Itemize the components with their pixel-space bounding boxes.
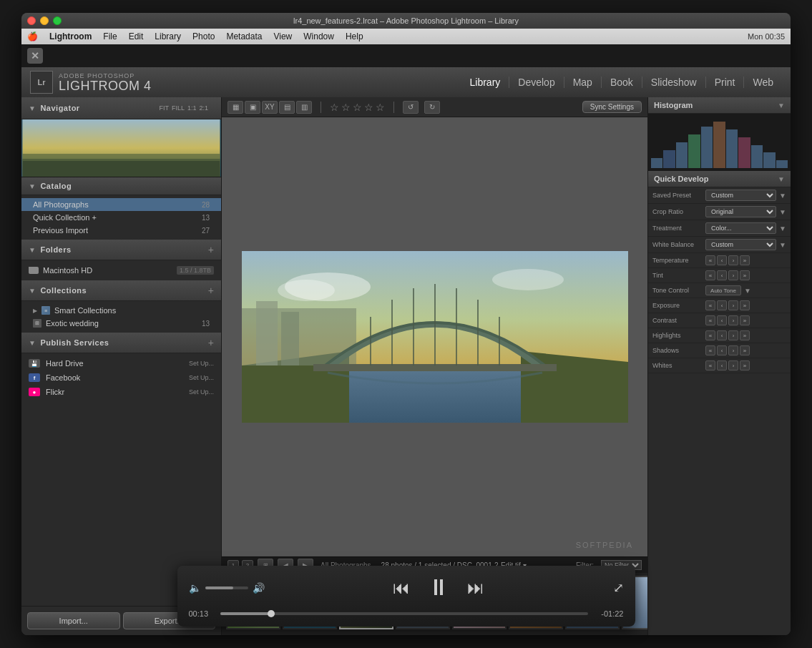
library-menu[interactable]: Library — [155, 31, 181, 41]
sh-r[interactable]: › — [728, 345, 738, 355]
nav-map[interactable]: Map — [564, 77, 602, 88]
fast-forward-btn[interactable]: ⏭ — [467, 578, 484, 598]
nav-slideshow[interactable]: Slideshow — [642, 77, 706, 88]
maximize-button[interactable] — [53, 16, 62, 25]
publish-facebook[interactable]: f Facebook Set Up... — [21, 370, 221, 385]
exp-l[interactable]: ‹ — [717, 300, 727, 310]
hdd-setup-btn[interactable]: Set Up... — [189, 360, 214, 367]
wh-ll[interactable]: « — [705, 360, 715, 370]
hl-l[interactable]: ‹ — [717, 330, 727, 340]
temp-r[interactable]: › — [728, 255, 738, 265]
expand-btn[interactable]: ⤢ — [613, 580, 624, 596]
nav-2to1-btn[interactable]: 2:1 — [199, 104, 208, 112]
progress-handle[interactable] — [268, 610, 275, 617]
app-close-button[interactable]: ✕ — [27, 48, 43, 64]
crop-ratio-select[interactable]: Original — [705, 206, 776, 217]
con-r[interactable]: › — [728, 315, 738, 325]
star-rating[interactable]: ☆ ☆ ☆ ☆ ☆ — [330, 102, 385, 113]
rotate-left-btn[interactable]: ↺ — [403, 101, 419, 114]
con-ll[interactable]: « — [705, 315, 715, 325]
white-balance-select[interactable]: Custom — [705, 239, 776, 250]
publish-flickr[interactable]: ● Flickr Set Up... — [21, 385, 221, 399]
star-5[interactable]: ☆ — [376, 102, 385, 113]
window-menu[interactable]: Window — [303, 31, 334, 41]
rotate-right-btn[interactable]: ↻ — [424, 101, 440, 114]
nav-web[interactable]: Web — [744, 77, 782, 88]
metadata-menu[interactable]: Metadata — [226, 31, 262, 41]
tint-r[interactable]: › — [728, 270, 738, 280]
sync-settings-btn[interactable]: Sync Settings — [582, 101, 642, 113]
star-3[interactable]: ☆ — [353, 102, 362, 113]
temp-l[interactable]: ‹ — [717, 255, 727, 265]
collections-header[interactable]: ▼ Collections + — [21, 280, 221, 301]
people-view-btn[interactable]: ▥ — [296, 101, 312, 114]
navigator-header[interactable]: ▼ Navigator FIT FILL 1:1 2:1 — [21, 97, 221, 119]
con-l[interactable]: ‹ — [717, 315, 727, 325]
folders-add-btn[interactable]: + — [208, 244, 214, 255]
nav-1to1-btn[interactable]: 1:1 — [187, 104, 197, 112]
volume-max-icon[interactable]: 🔊 — [253, 582, 265, 594]
edit-menu[interactable]: Edit — [129, 31, 144, 41]
histogram-header[interactable]: Histogram ▼ — [648, 97, 791, 114]
grid-view-btn[interactable]: ▦ — [228, 101, 243, 114]
temp-ll[interactable]: « — [705, 255, 715, 265]
catalog-header[interactable]: ▼ Catalog — [21, 177, 221, 195]
publish-add-btn[interactable]: + — [208, 337, 214, 348]
exp-ll[interactable]: « — [705, 300, 715, 310]
star-1[interactable]: ☆ — [330, 102, 339, 113]
apple-menu[interactable]: 🍎 — [27, 31, 38, 41]
folders-header[interactable]: ▼ Folders + — [21, 240, 221, 260]
exp-r[interactable]: › — [728, 300, 738, 310]
treatment-select[interactable]: Color... — [705, 222, 776, 234]
auto-tone-btn[interactable]: Auto Tone — [705, 285, 741, 295]
saved-preset-select[interactable]: Custom — [705, 190, 776, 201]
temp-rr[interactable]: » — [740, 255, 750, 265]
volume-icon[interactable]: 🔈 — [189, 582, 201, 594]
publish-hdd[interactable]: 💾 Hard Drive Set Up... — [21, 356, 221, 370]
loupe-view-btn[interactable]: ▣ — [245, 101, 260, 114]
volume-slider[interactable] — [205, 586, 248, 589]
quick-develop-header[interactable]: Quick Develop ▼ — [648, 171, 791, 187]
folder-macintosh-hd[interactable]: Macintosh HD 1.5 / 1.8TB — [21, 263, 221, 278]
nav-book[interactable]: Book — [602, 77, 642, 88]
help-menu[interactable]: Help — [346, 31, 363, 41]
wh-r[interactable]: › — [728, 360, 738, 370]
survey-view-btn[interactable]: ▤ — [279, 101, 295, 114]
nav-library[interactable]: Library — [461, 77, 510, 88]
nav-fit-btn[interactable]: FIT — [159, 104, 169, 112]
catalog-previous-import[interactable]: Previous Import 27 — [21, 224, 221, 237]
publish-header[interactable]: ▼ Publish Services + — [21, 333, 221, 353]
minimize-button[interactable] — [40, 16, 49, 25]
collection-smart[interactable]: ▶ ≡ Smart Collections — [21, 304, 221, 317]
collections-add-btn[interactable]: + — [208, 285, 214, 296]
rewind-btn[interactable]: ⏮ — [393, 578, 410, 598]
progress-bar[interactable] — [220, 612, 588, 615]
tint-l[interactable]: ‹ — [717, 270, 727, 280]
compare-view-btn[interactable]: XY — [262, 101, 278, 114]
nav-print[interactable]: Print — [706, 77, 745, 88]
hl-rr[interactable]: » — [740, 330, 750, 340]
import-button[interactable]: Import... — [27, 612, 120, 629]
collection-exotic-wedding[interactable]: ⊞ Exotic wedding 13 — [21, 317, 221, 330]
tint-ll[interactable]: « — [705, 270, 715, 280]
hl-r[interactable]: › — [728, 330, 738, 340]
nav-develop[interactable]: Develop — [509, 77, 564, 88]
lightroom-menu[interactable]: Lightroom — [49, 31, 92, 41]
star-2[interactable]: ☆ — [341, 102, 351, 113]
sh-ll[interactable]: « — [705, 345, 715, 355]
con-rr[interactable]: » — [740, 315, 750, 325]
tint-rr[interactable]: » — [740, 270, 750, 280]
flickr-setup-btn[interactable]: Set Up... — [189, 388, 214, 396]
star-4[interactable]: ☆ — [364, 102, 373, 113]
view-menu[interactable]: View — [273, 31, 292, 41]
sh-l[interactable]: ‹ — [717, 345, 727, 355]
hl-ll[interactable]: « — [705, 330, 715, 340]
wh-rr[interactable]: » — [740, 360, 750, 370]
file-menu[interactable]: File — [103, 31, 117, 41]
exp-rr[interactable]: » — [740, 300, 750, 310]
catalog-quick-collection[interactable]: Quick Collection + 13 — [21, 211, 221, 224]
nav-fill-btn[interactable]: FILL — [172, 104, 185, 112]
catalog-all-photographs[interactable]: All Photographs 28 — [21, 198, 221, 211]
pause-btn[interactable]: ⏸ — [427, 574, 450, 601]
sh-rr[interactable]: » — [740, 345, 750, 355]
